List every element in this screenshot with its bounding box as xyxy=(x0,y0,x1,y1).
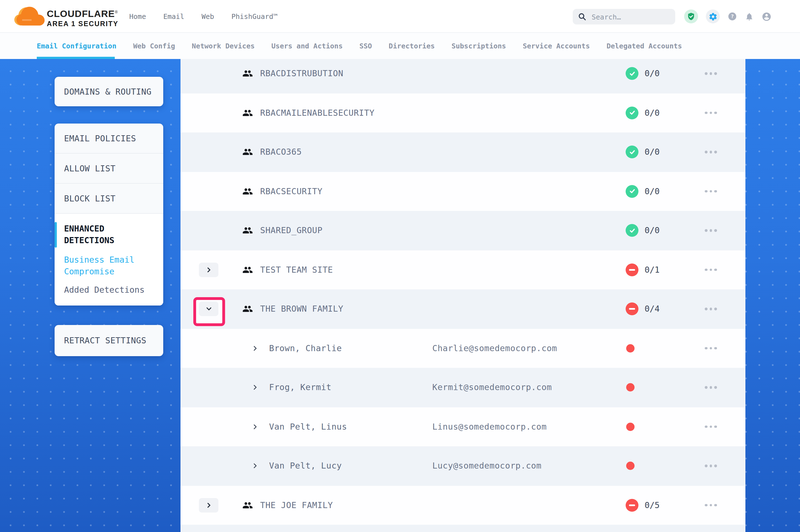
row-actions-button[interactable] xyxy=(705,504,717,507)
row-actions-button[interactable] xyxy=(705,229,717,232)
expand-group-button[interactable] xyxy=(199,263,218,277)
alert-dot xyxy=(626,462,635,470)
email-policies-card: EMAIL POLICIES ALLOW LIST BLOCK LIST ENH… xyxy=(55,124,163,305)
member-name: Brown, Charlie xyxy=(269,343,342,354)
member-count: 0/0 xyxy=(644,147,660,157)
chevron-right-icon[interactable] xyxy=(252,385,258,391)
group-icon xyxy=(242,304,253,315)
chevron-right-icon[interactable] xyxy=(252,424,258,430)
row-actions-button[interactable] xyxy=(705,308,717,310)
status-badge-ok xyxy=(625,224,638,237)
member-count: 0/0 xyxy=(644,108,660,118)
search-icon xyxy=(578,13,586,21)
shield-check-icon[interactable] xyxy=(684,10,698,23)
row-actions-button[interactable] xyxy=(705,425,717,428)
tab-service-accounts[interactable]: Service Accounts xyxy=(523,42,590,50)
group-row: RBACDISTRUBUTION 0/0 xyxy=(181,59,745,93)
bell-icon[interactable] xyxy=(745,12,754,21)
group-icon xyxy=(242,186,253,197)
group-row: RBACSECURITY 0/0 xyxy=(181,172,745,211)
secondary-nav: Email Configuration Web Config Network D… xyxy=(0,33,800,59)
member-email: Charlie@somedemocorp.com xyxy=(432,343,557,354)
group-icon xyxy=(242,147,253,157)
tab-directories[interactable]: Directories xyxy=(388,42,435,50)
group-name: TEST TEAM SITE xyxy=(260,265,333,275)
tab-subscriptions[interactable]: Subscriptions xyxy=(452,42,506,50)
member-name: Van Pelt, Linus xyxy=(269,422,347,432)
alert-dot xyxy=(626,344,635,353)
chevron-right-icon[interactable] xyxy=(252,463,258,469)
member-row: Van Pelt, Linus Linus@somedemocorp.com xyxy=(181,407,745,446)
sidebar-item-added-detections[interactable]: Added Detections xyxy=(64,284,158,296)
member-count: 0/0 xyxy=(644,226,660,236)
group-name: RBACMAILENABLESECURITY xyxy=(260,108,375,118)
row-actions-button[interactable] xyxy=(705,386,717,389)
row-actions-button[interactable] xyxy=(705,190,717,192)
sidebar-item-business-email-compromise[interactable]: Business Email Compromise xyxy=(64,254,158,278)
alert-dot xyxy=(626,423,635,431)
member-row: Van Pelt, Lucy Lucy@somedemocorp.com xyxy=(181,446,745,486)
sidebar-item-allow-list[interactable]: ALLOW LIST xyxy=(55,154,163,183)
tab-sso[interactable]: SSO xyxy=(359,42,372,50)
sidebar-item-enhanced-detections[interactable]: ENHANCED DETECTIONS xyxy=(64,223,158,247)
brand-name: CLOUDFLARE® xyxy=(47,7,119,19)
tab-users-and-actions[interactable]: Users and Actions xyxy=(271,42,343,50)
group-row: RBACO365 0/0 xyxy=(181,132,745,172)
member-row: Frog, Kermit Kermit@somedemocorp.com xyxy=(181,368,745,407)
help-icon[interactable]: ? xyxy=(728,12,737,21)
sidebar-item-retract-settings[interactable]: RETRACT SETTINGS xyxy=(55,325,163,356)
nav-item-home[interactable]: Home xyxy=(129,12,146,21)
group-icon xyxy=(242,225,253,236)
tab-email-configuration[interactable]: Email Configuration xyxy=(37,42,116,50)
row-actions-button[interactable] xyxy=(705,347,717,349)
tab-network-devices[interactable]: Network Devices xyxy=(192,42,255,50)
status-badge-ok xyxy=(625,146,638,158)
tab-delegated-accounts[interactable]: Delegated Accounts xyxy=(606,42,682,50)
status-badge-blocked xyxy=(625,499,638,512)
group-icon xyxy=(242,108,253,118)
row-actions-button[interactable] xyxy=(705,112,717,114)
group-row: RBACMAILENABLESECURITY 0/0 xyxy=(181,93,745,132)
table-row xyxy=(181,525,745,532)
gear-icon[interactable] xyxy=(706,10,720,23)
tab-web-config[interactable]: Web Config xyxy=(133,42,175,50)
member-count: 0/0 xyxy=(644,186,660,196)
collapse-group-button[interactable] xyxy=(199,302,218,316)
groups-table: RBACDISTRUBUTION 0/0 RBACMAILENABLESECUR… xyxy=(181,59,745,532)
sidebar-item-email-policies[interactable]: EMAIL POLICIES xyxy=(55,124,163,153)
status-badge-blocked xyxy=(625,303,638,316)
row-actions-button[interactable] xyxy=(705,268,717,271)
cloudflare-logo[interactable]: CLOUDFLARE® AREA 1 SECURITY xyxy=(12,4,119,28)
nav-item-phishguard[interactable]: PhishGuard™ xyxy=(232,12,278,21)
chevron-right-icon[interactable] xyxy=(252,346,258,351)
row-actions-button[interactable] xyxy=(705,72,717,75)
expand-group-button[interactable] xyxy=(199,498,218,513)
top-header: CLOUDFLARE® AREA 1 SECURITY Home Email W… xyxy=(0,0,800,33)
member-count: 0/4 xyxy=(644,304,660,314)
group-name: RBACSECURITY xyxy=(260,186,323,196)
group-row: TEST TEAM SITE 0/1 xyxy=(181,250,745,289)
row-actions-button[interactable] xyxy=(705,465,717,467)
row-actions-button[interactable] xyxy=(705,151,717,153)
active-tab-indicator xyxy=(37,56,115,59)
nav-item-web[interactable]: Web xyxy=(202,12,214,21)
primary-nav: Home Email Web PhishGuard™ xyxy=(129,0,277,33)
member-count: 0/1 xyxy=(644,265,660,275)
group-name: RBACDISTRUBUTION xyxy=(260,69,343,79)
sidebar-item-domains-routing[interactable]: DOMAINS & ROUTING xyxy=(55,77,163,106)
member-count: 0/5 xyxy=(644,500,660,510)
group-row-expanded: THE BROWN FAMILY 0/4 xyxy=(181,289,745,329)
search-input[interactable] xyxy=(590,12,669,21)
sidebar-item-block-list[interactable]: BLOCK LIST xyxy=(55,184,163,213)
member-email: Lucy@somedemocorp.com xyxy=(432,461,542,471)
svg-text:?: ? xyxy=(731,13,734,19)
active-item-indicator xyxy=(55,222,57,248)
area1-security-app: CLOUDFLARE® AREA 1 SECURITY Home Email W… xyxy=(0,0,800,532)
search-box[interactable] xyxy=(573,9,675,24)
account-icon[interactable] xyxy=(762,12,771,21)
alert-dot xyxy=(626,383,635,392)
status-badge-ok xyxy=(625,67,638,80)
status-badge-ok xyxy=(625,185,638,198)
group-icon xyxy=(242,265,253,275)
nav-item-email[interactable]: Email xyxy=(163,12,184,21)
